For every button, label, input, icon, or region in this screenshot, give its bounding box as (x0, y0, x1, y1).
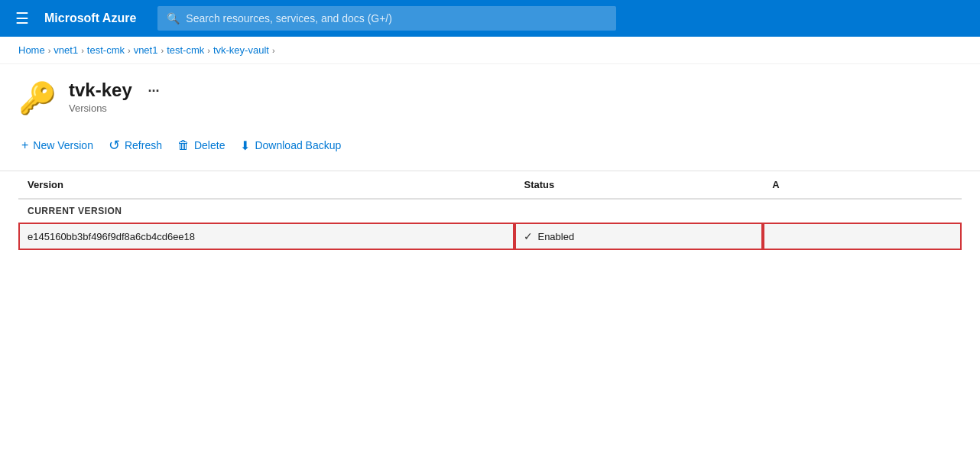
breadcrumb-sep-3: › (128, 46, 131, 55)
status-cell: ✓ Enabled (514, 223, 763, 250)
toolbar: + New Version ↺ Refresh 🗑 Delete ⬇ Downl… (0, 126, 980, 171)
key-icon: 🔑 (18, 83, 57, 113)
breadcrumb-vnet1-2[interactable]: vnet1 (134, 44, 158, 56)
search-bar[interactable]: 🔍 (157, 6, 616, 31)
breadcrumb-vnet1-1[interactable]: vnet1 (54, 44, 78, 56)
table-row[interactable]: e145160bb3bf496f9df8a6cb4cd6ee18 ✓ Enabl… (18, 223, 962, 250)
table-header-row: Version Status A (18, 171, 962, 199)
breadcrumb-sep-1: › (48, 46, 51, 55)
page-title: tvk-key ··· (69, 80, 164, 101)
column-header-version: Version (18, 171, 514, 199)
download-icon: ⬇ (240, 138, 250, 153)
breadcrumb-sep-4: › (161, 46, 164, 55)
refresh-button[interactable]: ↺ Refresh (105, 132, 174, 158)
versions-table: Version Status A CURRENT VERSION e145160… (18, 171, 962, 250)
delete-label: Delete (194, 139, 225, 151)
column-header-activation: A (763, 171, 962, 199)
status-label: Enabled (537, 231, 574, 242)
search-input[interactable] (186, 12, 607, 24)
search-icon: 🔍 (167, 12, 180, 24)
page-subtitle: Versions (69, 102, 164, 114)
breadcrumb-test-cmk-2[interactable]: test-cmk (167, 44, 204, 56)
activation-cell (763, 223, 962, 250)
refresh-label: Refresh (125, 139, 162, 151)
delete-icon: 🗑 (177, 138, 190, 152)
refresh-icon: ↺ (109, 137, 120, 154)
breadcrumb-sep-5: › (207, 46, 210, 55)
breadcrumb-tvk-key-vault[interactable]: tvk-key-vault (213, 44, 269, 56)
versions-table-container: Version Status A CURRENT VERSION e145160… (0, 171, 980, 250)
new-version-icon: + (21, 138, 28, 152)
column-header-status: Status (514, 171, 763, 199)
download-backup-button[interactable]: ⬇ Download Backup (237, 134, 353, 158)
new-version-label: New Version (33, 139, 93, 151)
new-version-button[interactable]: + New Version (18, 134, 105, 157)
download-backup-label: Download Backup (255, 139, 341, 151)
breadcrumb-home[interactable]: Home (18, 44, 45, 56)
breadcrumb: Home › vnet1 › test-cmk › vnet1 › test-c… (0, 37, 980, 64)
page-header-text: tvk-key ··· Versions (69, 80, 164, 114)
app-title: Microsoft Azure (44, 11, 136, 25)
ellipsis-menu-button[interactable]: ··· (143, 82, 164, 100)
page-header: 🔑 tvk-key ··· Versions (0, 64, 980, 126)
delete-button[interactable]: 🗑 Delete (174, 134, 237, 157)
section-label-row: CURRENT VERSION (18, 199, 962, 223)
version-cell: e145160bb3bf496f9df8a6cb4cd6ee18 (18, 223, 514, 250)
breadcrumb-sep-2: › (81, 46, 84, 55)
topbar: ☰ Microsoft Azure 🔍 (0, 0, 980, 37)
status-check-icon: ✓ (524, 230, 533, 242)
breadcrumb-test-cmk-1[interactable]: test-cmk (87, 44, 125, 56)
current-version-label: CURRENT VERSION (18, 199, 962, 223)
breadcrumb-sep-6: › (272, 46, 275, 55)
hamburger-menu[interactable]: ☰ (9, 6, 35, 31)
